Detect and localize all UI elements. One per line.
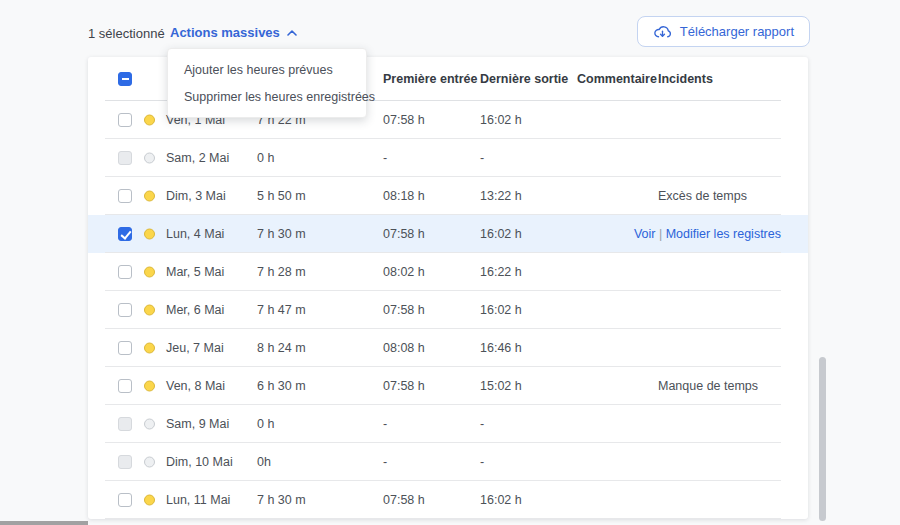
- hours-cell: 7 h 47 m: [257, 303, 306, 317]
- page: 1 sélectionné Actions massives Télécharg…: [0, 0, 900, 525]
- row-checkbox[interactable]: [118, 265, 132, 279]
- exit-cell: 16:02 h: [480, 303, 522, 317]
- hours-cell: 7 h 30 m: [257, 493, 306, 507]
- bulk-actions-label: Actions massives: [170, 25, 280, 40]
- row-checkbox[interactable]: [118, 151, 132, 165]
- entry-cell: 07:58 h: [383, 227, 425, 241]
- hours-cell: 5 h 50 m: [257, 189, 306, 203]
- entry-cell: -: [383, 455, 387, 469]
- entry-cell: 07:58 h: [383, 113, 425, 127]
- column-header-incidents: Incidents: [658, 72, 713, 86]
- entry-cell: 07:58 h: [383, 303, 425, 317]
- row-checkbox[interactable]: [118, 417, 132, 431]
- status-dot-icon: [144, 381, 155, 392]
- menu-item-delete-recorded-hours[interactable]: Supprimer les heures enregistrées: [168, 83, 366, 110]
- select-all-checkbox[interactable]: [118, 72, 132, 86]
- date-cell: Sam, 9 Mai: [166, 417, 229, 431]
- hours-cell: 7 h 28 m: [257, 265, 306, 279]
- timesheet-table: Première entrée Dernière sortie Commenta…: [88, 57, 808, 519]
- entry-cell: 07:58 h: [383, 379, 425, 393]
- menu-item-add-planned-hours[interactable]: Ajouter les heures prévues: [168, 56, 366, 83]
- status-dot-icon: [144, 343, 155, 354]
- date-cell: Lun, 11 Mai: [166, 493, 230, 507]
- exit-cell: -: [480, 151, 484, 165]
- table-body: Ven, 1 Mai 7 h 22 m 07:58 h 16:02 h Voir…: [88, 101, 808, 519]
- row-checkbox[interactable]: [118, 189, 132, 203]
- status-dot-icon: [144, 115, 155, 126]
- cloud-download-icon: [653, 24, 672, 40]
- date-cell: Mer, 6 Mai: [166, 303, 224, 317]
- table-row: Lun, 4 Mai 7 h 30 m 07:58 h 16:02 h Voir…: [88, 215, 808, 253]
- row-checkbox[interactable]: [118, 455, 132, 469]
- table-row: Ven, 8 Mai 6 h 30 m 07:58 h 15:02 h Manq…: [88, 367, 808, 405]
- table-row: Dim, 10 Mai 0h - - Voir | Modifier les r…: [88, 443, 808, 481]
- entry-cell: 08:18 h: [383, 189, 425, 203]
- date-cell: Dim, 10 Mai: [166, 455, 233, 469]
- table-row: Lun, 11 Mai 7 h 30 m 07:58 h 16:02 h Voi…: [88, 481, 808, 519]
- exit-cell: 16:22 h: [480, 265, 522, 279]
- incident-cell: Excès de temps: [658, 189, 747, 203]
- entry-cell: 08:02 h: [383, 265, 425, 279]
- entry-cell: -: [383, 151, 387, 165]
- bulk-actions-menu: Ajouter les heures prévues Supprimer les…: [167, 48, 367, 118]
- hours-cell: 7 h 30 m: [257, 227, 306, 241]
- row-checkbox[interactable]: [118, 493, 132, 507]
- table-row: Mer, 6 Mai 7 h 47 m 07:58 h 16:02 h Voir…: [88, 291, 808, 329]
- table-row: Sam, 2 Mai 0 h - - Voir | Modifier les r…: [88, 139, 808, 177]
- bulk-actions-button[interactable]: Actions massives: [170, 25, 297, 40]
- column-header-comment: Commentaire: [577, 72, 657, 86]
- entry-cell: -: [383, 417, 387, 431]
- table-row: Dim, 3 Mai 5 h 50 m 08:18 h 13:22 h Excè…: [88, 177, 808, 215]
- date-cell: Lun, 4 Mai: [166, 227, 224, 241]
- row-checkbox[interactable]: [118, 227, 132, 241]
- selected-count: 1 sélectionné: [88, 26, 165, 41]
- status-dot-icon: [144, 191, 155, 202]
- status-dot-icon: [144, 153, 155, 164]
- hours-cell: 0h: [257, 455, 271, 469]
- exit-cell: 16:02 h: [480, 113, 522, 127]
- date-cell: Dim, 3 Mai: [166, 189, 226, 203]
- table-row: Sam, 9 Mai 0 h - - Voir | Modifier les r…: [88, 405, 808, 443]
- row-actions: Voir | Modifier les registres: [634, 227, 781, 241]
- actions-separator: |: [659, 227, 662, 241]
- entry-cell: 07:58 h: [383, 493, 425, 507]
- download-report-label: Télécharger rapport: [680, 24, 794, 39]
- status-dot-icon: [144, 267, 155, 278]
- row-checkbox[interactable]: [118, 341, 132, 355]
- view-link[interactable]: Voir: [634, 227, 656, 241]
- hours-cell: 0 h: [257, 151, 274, 165]
- exit-cell: 16:46 h: [480, 341, 522, 355]
- column-header-first-entry: Première entrée: [383, 72, 478, 86]
- download-report-button[interactable]: Télécharger rapport: [637, 16, 810, 47]
- date-cell: Sam, 2 Mai: [166, 151, 229, 165]
- status-dot-icon: [144, 305, 155, 316]
- chevron-up-icon: [287, 30, 297, 36]
- hours-cell: 8 h 24 m: [257, 341, 306, 355]
- hours-cell: 6 h 30 m: [257, 379, 306, 393]
- table-row: Mar, 5 Mai 7 h 28 m 08:02 h 16:22 h Voir…: [88, 253, 808, 291]
- date-cell: Jeu, 7 Mai: [166, 341, 224, 355]
- exit-cell: 15:02 h: [480, 379, 522, 393]
- exit-cell: -: [480, 417, 484, 431]
- date-cell: Ven, 8 Mai: [166, 379, 225, 393]
- entry-cell: 08:08 h: [383, 341, 425, 355]
- edit-records-link[interactable]: Modifier les registres: [666, 227, 781, 241]
- status-dot-icon: [144, 419, 155, 430]
- exit-cell: 16:02 h: [480, 493, 522, 507]
- column-header-last-exit: Dernière sortie: [480, 72, 568, 86]
- status-dot-icon: [144, 229, 155, 240]
- row-checkbox[interactable]: [118, 113, 132, 127]
- status-dot-icon: [144, 457, 155, 468]
- date-cell: Mar, 5 Mai: [166, 265, 224, 279]
- exit-cell: 13:22 h: [480, 189, 522, 203]
- row-checkbox[interactable]: [118, 303, 132, 317]
- status-dot-icon: [144, 495, 155, 506]
- exit-cell: 16:02 h: [480, 227, 522, 241]
- table-row: Jeu, 7 Mai 8 h 24 m 08:08 h 16:46 h Voir…: [88, 329, 808, 367]
- row-checkbox[interactable]: [118, 379, 132, 393]
- incident-cell: Manque de temps: [658, 379, 758, 393]
- vertical-scrollbar[interactable]: [819, 357, 826, 521]
- window-edge: [0, 521, 88, 525]
- hours-cell: 0 h: [257, 417, 274, 431]
- exit-cell: -: [480, 455, 484, 469]
